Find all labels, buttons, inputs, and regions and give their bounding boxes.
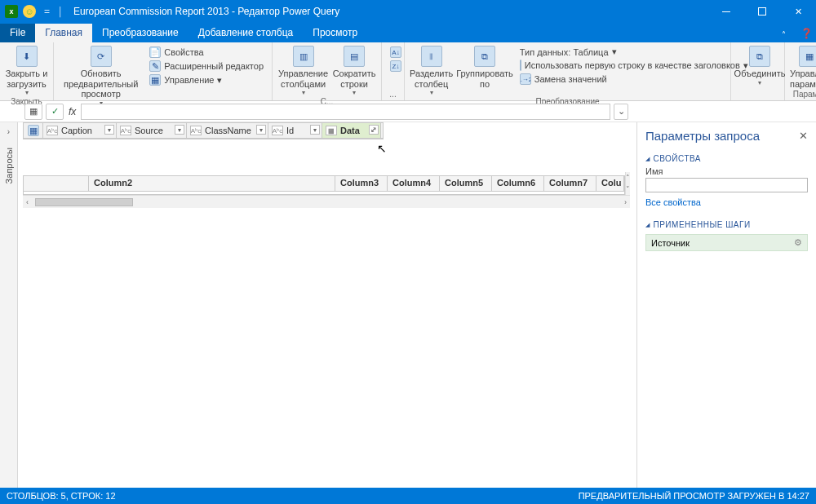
- queries-label: Запросы: [4, 148, 14, 183]
- refresh-preview-button[interactable]: ⟳ Обновить предварительный просмотр ▾: [59, 44, 143, 107]
- formula-dropdown[interactable]: ⌄: [614, 104, 628, 120]
- ribbon-tabs: File Главная Преобразование Добавление с…: [0, 23, 816, 42]
- filter-icon[interactable]: ▾: [310, 125, 320, 135]
- close-and-load-button[interactable]: ⬇ Закрыть и загрузить ▾: [5, 44, 48, 96]
- panel-close-icon[interactable]: ✕: [799, 130, 808, 142]
- preview-col-8[interactable]: Colu: [596, 176, 624, 191]
- type-text-icon: Aᵇc: [47, 126, 58, 135]
- replace-values-button[interactable]: 1→2Замена значений: [517, 73, 729, 86]
- advanced-editor-button[interactable]: ✎Расширенный редактор: [146, 60, 267, 73]
- panel-title: Параметры запроса: [645, 129, 760, 143]
- col-header-caption[interactable]: AᵇcCaption▾: [43, 123, 117, 138]
- scroll-left-icon[interactable]: ‹: [23, 198, 32, 206]
- formula-input[interactable]: [81, 104, 610, 120]
- preview-grid[interactable]: Column2 Column3 Column4 Column5 Column6 …: [23, 175, 625, 195]
- preview-col-2[interactable]: Column2: [89, 176, 335, 191]
- table-icon-button[interactable]: ▦: [24, 104, 42, 120]
- tab-transform[interactable]: Преобразование: [92, 24, 188, 42]
- data-type-dropdown[interactable]: Тип данных: Таблица ▾: [517, 46, 729, 58]
- type-text-icon: Aᵇc: [190, 126, 202, 135]
- smiley-icon[interactable]: ☺: [23, 5, 36, 18]
- col-header-source[interactable]: AᵇcSource▾: [117, 123, 187, 138]
- group-params: Парамет: [790, 89, 816, 100]
- tab-home[interactable]: Главная: [35, 24, 92, 42]
- group-by-button[interactable]: ⧉Группировать по: [456, 44, 513, 89]
- tab-addcolumn[interactable]: Добавление столбца: [188, 24, 304, 42]
- grid-corner[interactable]: ▦: [24, 123, 43, 138]
- manage-button[interactable]: ▦Управление ▾: [146, 73, 267, 86]
- params-icon: ▦: [799, 46, 816, 67]
- sort-desc-icon: Z↓: [390, 60, 401, 72]
- window-title: European Commission Report 2013 - Редакт…: [69, 6, 708, 17]
- manage-params-button[interactable]: ▦Управлен параметр: [790, 44, 816, 89]
- sort-desc-button[interactable]: Z↓: [387, 60, 405, 73]
- columns-icon: ▥: [293, 46, 314, 67]
- scroll-right-icon[interactable]: ›: [621, 198, 630, 206]
- groupby-icon: ⧉: [474, 46, 495, 67]
- expand-column-icon[interactable]: ⤢: [369, 125, 379, 135]
- all-properties-link[interactable]: Все свойства: [645, 197, 808, 207]
- ribbon: ⬇ Закрыть и загрузить ▾ Закрыть ⟳ Обнови…: [0, 42, 816, 101]
- filter-icon[interactable]: ▾: [175, 125, 184, 135]
- preview-col-5[interactable]: Column5: [440, 176, 492, 191]
- combine-button[interactable]: ⧉Объединить▾: [736, 44, 783, 86]
- maximize-button[interactable]: [744, 0, 780, 23]
- header-row-icon: ▦: [520, 60, 521, 71]
- refresh-label: Обновить предварительный просмотр: [59, 69, 143, 99]
- use-first-row-headers-button[interactable]: ▦Использовать первую строку в качестве з…: [517, 59, 729, 72]
- fx-icon: fx: [67, 106, 78, 117]
- reduce-rows-button[interactable]: ▤Сократить строки▾: [332, 44, 376, 96]
- help-icon[interactable]: ❓: [796, 28, 816, 42]
- collapse-ribbon-icon[interactable]: ˄: [770, 30, 796, 42]
- section-applied-steps[interactable]: ПРИМЕНЕННЫЕ ШАГИ: [637, 215, 816, 231]
- gear-icon[interactable]: ⚙: [794, 237, 802, 248]
- preview-col-4[interactable]: Column4: [388, 176, 440, 191]
- split-icon: ⫴: [421, 46, 442, 67]
- main-data-grid[interactable]: ▦ AᵇcCaption▾ AᵇcSource▾ AᵇcClassName▾ A…: [23, 122, 384, 139]
- filter-icon[interactable]: ▾: [104, 125, 114, 135]
- close-button[interactable]: [780, 0, 816, 23]
- section-properties[interactable]: СВОЙСТВА: [637, 149, 816, 165]
- rows-icon: ▤: [344, 46, 365, 67]
- scroll-up-icon[interactable]: ˄: [626, 172, 630, 183]
- type-table-icon: ▦: [326, 126, 337, 135]
- step-source[interactable]: Источник ⚙: [645, 234, 808, 251]
- advanced-editor-icon: ✎: [149, 60, 161, 72]
- tab-view[interactable]: Просмотр: [303, 24, 367, 42]
- properties-icon: 📄: [149, 46, 161, 58]
- refresh-step-button[interactable]: ✓: [46, 104, 64, 120]
- status-left: СТОЛБЦОВ: 5, СТРОК: 12: [7, 491, 116, 501]
- preview-col-6[interactable]: Column6: [492, 176, 544, 191]
- title-bar: x ☺ = │ European Commission Report 2013 …: [0, 0, 816, 23]
- manage-columns-button[interactable]: ▥Управление столбцами▾: [277, 44, 329, 96]
- col-header-id[interactable]: AᵇcId▾: [268, 123, 322, 138]
- query-name-input[interactable]: [645, 178, 808, 192]
- preview-scrollbar-h[interactable]: ‹ ›: [23, 195, 630, 208]
- col-header-classname[interactable]: AᵇcClassName▾: [187, 123, 268, 138]
- close-load-label: Закрыть и загрузить: [5, 69, 48, 89]
- qat-separator: =: [41, 6, 53, 17]
- close-load-icon: ⬇: [16, 46, 38, 67]
- col-header-data[interactable]: ▦Data⤢: [322, 123, 381, 138]
- scroll-down-icon[interactable]: ˅: [626, 183, 630, 195]
- status-right: ПРЕДВАРИТЕЛЬНЫЙ ПРОСМОТР ЗАГРУЖЕН В 14:2…: [579, 491, 809, 501]
- expand-queries-icon[interactable]: ›: [7, 122, 10, 141]
- replace-icon: 1→2: [520, 73, 531, 85]
- properties-button[interactable]: 📄Свойства: [146, 46, 267, 59]
- sort-asc-icon: A↓: [390, 46, 401, 58]
- queries-pane-collapsed[interactable]: › Запросы: [0, 122, 18, 488]
- preview-col-1[interactable]: [24, 176, 89, 191]
- preview-col-3[interactable]: Column3: [335, 176, 388, 191]
- preview-col-7[interactable]: Column7: [544, 176, 596, 191]
- split-column-button[interactable]: ⫴Разделить столбец▾: [410, 44, 453, 96]
- filter-icon[interactable]: ▾: [256, 125, 266, 135]
- preview-scrollbar-v[interactable]: ˄ ˅: [625, 172, 630, 195]
- table-options-icon[interactable]: ▦: [28, 125, 39, 136]
- sort-asc-button[interactable]: A↓: [387, 46, 405, 59]
- name-field-label: Имя: [645, 166, 808, 176]
- minimize-button[interactable]: [708, 0, 744, 23]
- type-text-icon: Aᵇc: [272, 126, 283, 135]
- scroll-thumb[interactable]: [35, 198, 133, 206]
- tab-file[interactable]: File: [0, 24, 35, 42]
- manage-icon: ▦: [149, 74, 161, 86]
